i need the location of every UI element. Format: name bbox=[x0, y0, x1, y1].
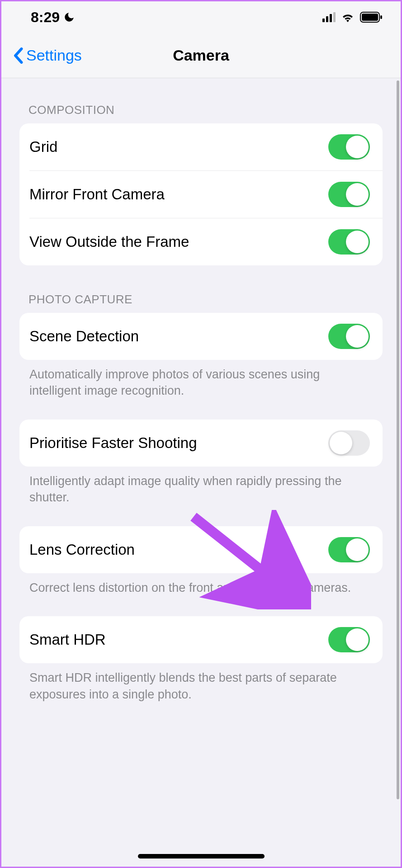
description-prioritise-faster: Intelligently adapt image quality when r… bbox=[19, 467, 383, 506]
do-not-disturb-icon bbox=[63, 11, 75, 23]
row-mirror-front-camera: Mirror Front Camera bbox=[29, 170, 383, 218]
description-lens-correction: Correct lens distortion on the front and… bbox=[19, 573, 383, 596]
list-group-smart-hdr: Smart HDR bbox=[19, 616, 383, 663]
battery-icon bbox=[360, 12, 383, 23]
home-indicator[interactable] bbox=[138, 854, 265, 859]
row-label: Lens Correction bbox=[29, 541, 135, 558]
list-group-scene-detection: Scene Detection bbox=[19, 313, 383, 360]
chevron-left-icon bbox=[13, 47, 24, 64]
row-label: Scene Detection bbox=[29, 328, 139, 345]
toggle-grid[interactable] bbox=[328, 134, 370, 160]
list-group-prioritise-faster: Prioritise Faster Shooting bbox=[19, 420, 383, 467]
description-scene-detection: Automatically improve photos of various … bbox=[19, 360, 383, 399]
toggle-lens-correction[interactable] bbox=[328, 537, 370, 562]
row-label: Mirror Front Camera bbox=[29, 186, 165, 203]
cellular-signal-icon bbox=[322, 12, 336, 22]
status-time: 8:29 bbox=[31, 9, 60, 26]
status-indicators bbox=[322, 12, 383, 23]
row-smart-hdr: Smart HDR bbox=[19, 616, 383, 663]
toggle-prioritise-faster-shooting[interactable] bbox=[328, 430, 370, 456]
row-label: Grid bbox=[29, 138, 57, 156]
toggle-view-outside-frame[interactable] bbox=[328, 229, 370, 255]
status-time-container: 8:29 bbox=[31, 9, 75, 26]
settings-content: COMPOSITION Grid Mirror Front Camera Vie… bbox=[1, 78, 401, 703]
page-title: Camera bbox=[173, 47, 229, 64]
status-bar: 8:29 bbox=[1, 1, 401, 33]
wifi-icon bbox=[341, 12, 355, 22]
toggle-mirror-front-camera[interactable] bbox=[328, 182, 370, 207]
nav-header: Settings Camera bbox=[1, 33, 401, 78]
svg-rect-2 bbox=[380, 15, 382, 19]
toggle-smart-hdr[interactable] bbox=[328, 627, 370, 652]
row-view-outside-frame: View Outside the Frame bbox=[29, 218, 383, 265]
section-header-composition: COMPOSITION bbox=[19, 78, 383, 123]
row-prioritise-faster-shooting: Prioritise Faster Shooting bbox=[19, 420, 383, 467]
row-label: View Outside the Frame bbox=[29, 233, 189, 250]
back-button[interactable]: Settings bbox=[1, 47, 82, 64]
row-lens-correction: Lens Correction bbox=[19, 526, 383, 573]
section-header-photo-capture: PHOTO CAPTURE bbox=[19, 265, 383, 313]
list-group-lens-correction: Lens Correction bbox=[19, 526, 383, 573]
toggle-scene-detection[interactable] bbox=[328, 324, 370, 349]
list-group-composition: Grid Mirror Front Camera View Outside th… bbox=[19, 123, 383, 265]
row-label: Smart HDR bbox=[29, 631, 106, 648]
description-smart-hdr: Smart HDR intelligently blends the best … bbox=[19, 663, 383, 703]
scroll-indicator[interactable] bbox=[397, 80, 399, 799]
row-grid: Grid bbox=[19, 123, 383, 170]
svg-rect-1 bbox=[362, 14, 378, 21]
row-scene-detection: Scene Detection bbox=[19, 313, 383, 360]
back-label: Settings bbox=[26, 47, 82, 64]
row-label: Prioritise Faster Shooting bbox=[29, 434, 197, 452]
